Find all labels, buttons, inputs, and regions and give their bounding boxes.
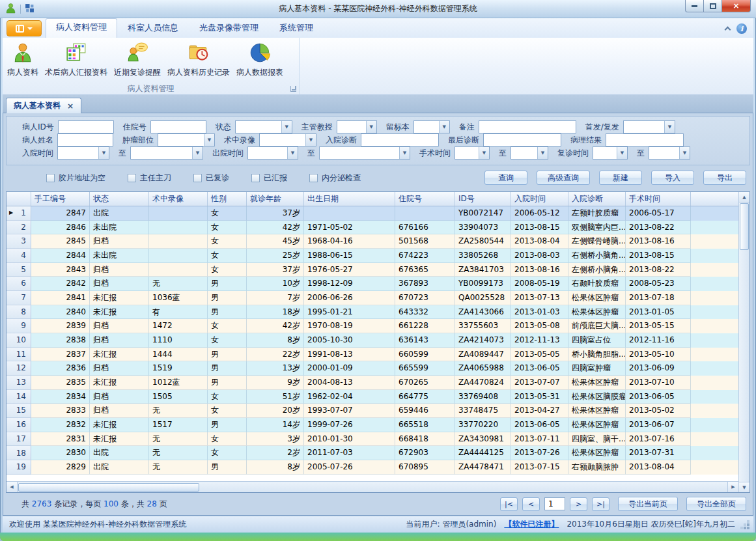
filter-input[interactable]: [606, 133, 684, 146]
grid-cell-diagnosis[interactable]: 右额颞脑脓肿: [568, 460, 626, 475]
table-row[interactable]: 42844未出院女25岁1988-06-15674223338052682013…: [7, 249, 738, 263]
table-row[interactable]: 92839归档1472女42岁1970-08-19661228337556032…: [7, 319, 738, 333]
grid-cell-status[interactable]: 未汇报: [90, 348, 149, 362]
collapse-ribbon-icon[interactable]: [725, 27, 731, 33]
grid-cell-code[interactable]: 2831: [31, 432, 90, 447]
grid-cell-code[interactable]: 2846: [31, 221, 90, 235]
ribbon-button-revisit-reminder[interactable]: 近期复诊提醒: [111, 40, 164, 80]
grid-cell-gender[interactable]: 女: [208, 234, 247, 249]
grid-cell-surgdate[interactable]: 2013-05-15: [626, 319, 691, 333]
column-header-gender[interactable]: 性别: [208, 192, 247, 206]
export-button[interactable]: 导出: [703, 171, 746, 185]
grid-cell-age[interactable]: 8岁: [247, 333, 304, 348]
grid-cell-surgdate[interactable]: 2013-08-04: [626, 460, 691, 475]
grid-cell-video[interactable]: [149, 263, 208, 277]
grid-cell-video[interactable]: 1110: [149, 333, 208, 348]
combo-dropdown-icon[interactable]: ▼: [98, 147, 109, 159]
grid-cell-video[interactable]: 1517: [149, 418, 208, 432]
tab-close-icon[interactable]: ×: [67, 102, 74, 111]
grid-cell-status[interactable]: 归档: [90, 263, 149, 277]
new-button[interactable]: 新建: [599, 171, 642, 185]
grid-cell-id[interactable]: ZA4214073: [455, 333, 511, 348]
grid-cell-gender[interactable]: 男: [208, 460, 247, 475]
filter-combobox[interactable]: ▼: [649, 146, 690, 160]
grid-cell-diagnosis[interactable]: 松果体区肿瘤: [568, 376, 626, 390]
table-row[interactable]: 192829出院无男8岁2005-07-26670895ZA4478471201…: [7, 460, 738, 475]
grid-cell-status[interactable]: 归档: [90, 404, 149, 418]
combo-dropdown-icon[interactable]: ▼: [664, 121, 675, 133]
grid-cell-admno[interactable]: 676166: [395, 221, 455, 235]
grid-cell-gender[interactable]: 女: [208, 249, 247, 263]
table-row[interactable]: 182830出院无女2岁2011-07-03672903ZA4444125201…: [7, 446, 738, 460]
export-current-page-button[interactable]: 导出当前页: [618, 497, 678, 511]
grid-cell-admdate[interactable]: 2013-07-15: [511, 460, 568, 475]
grid-cell-admdate[interactable]: 2013-07-26: [511, 446, 568, 460]
combo-dropdown-icon[interactable]: ▼: [537, 147, 548, 159]
filter-combobox[interactable]: ▼: [593, 146, 628, 160]
ribbon-button-history[interactable]: 病人资料历史记录: [164, 40, 233, 80]
grid-cell-surgdate[interactable]: 2013-07-18: [626, 291, 691, 305]
grid-cell-diagnosis[interactable]: 桥小脑角胆脂...: [568, 348, 626, 362]
grid-cell-age[interactable]: 8岁: [247, 460, 304, 475]
grid-cell-surgdate[interactable]: 2013-07-31: [626, 446, 691, 460]
grid-cell-age[interactable]: 3岁: [247, 432, 304, 447]
grid-cell-id[interactable]: 33904073: [455, 221, 511, 235]
grid-cell-diagnosis[interactable]: 松果体区肿瘤: [568, 291, 626, 305]
grid-cell-surgdate[interactable]: 2012-11-16: [626, 333, 691, 348]
grid-cell-admno[interactable]: 665518: [395, 418, 455, 432]
quick-access-icon[interactable]: [25, 3, 35, 15]
next-page-button[interactable]: >: [570, 497, 587, 511]
grid-cell-status[interactable]: 归档: [90, 319, 149, 333]
prev-page-button[interactable]: <: [522, 497, 540, 511]
close-button[interactable]: ×: [722, 0, 751, 12]
table-row[interactable]: 172831未汇报无女3岁2010-01-30668418ZA343098120…: [7, 432, 738, 447]
filter-combobox[interactable]: ▼: [259, 133, 316, 146]
grid-cell-id[interactable]: ZA2580544: [455, 234, 511, 249]
table-row[interactable]: ▶12847出院女37岁YB00721472006-05-12左额叶胶质瘤200…: [7, 206, 738, 221]
grid-cell-id[interactable]: ZA4143066: [455, 305, 511, 320]
filter-combobox[interactable]: ▼: [413, 120, 450, 133]
horizontal-scroll-thumb[interactable]: [18, 483, 199, 492]
combo-dropdown-icon[interactable]: ▼: [281, 121, 292, 133]
grid-cell-surgdate[interactable]: 2013-06-05: [626, 390, 691, 404]
combo-dropdown-icon[interactable]: ▼: [305, 134, 316, 146]
grid-cell-id[interactable]: ZA4470824: [455, 376, 511, 390]
grid-cell-gender[interactable]: 男: [208, 277, 247, 291]
grid-cell-birth[interactable]: 1998-12-09: [304, 277, 395, 291]
grid-cell-admno[interactable]: 670723: [395, 291, 455, 305]
grid-cell-status[interactable]: 归档: [90, 361, 149, 376]
table-row[interactable]: 22846未出院女42岁1971-05-02676166339040732013…: [7, 221, 738, 235]
table-row[interactable]: 162832未汇报1517男14岁1999-07-266655183377022…: [7, 418, 738, 432]
grid-cell-code[interactable]: 2845: [31, 234, 90, 249]
horizontal-scrollbar[interactable]: ◀ ▶: [7, 481, 738, 492]
grid-cell-diagnosis[interactable]: 松果体区肿瘤: [568, 305, 626, 320]
filter-checkbox-item[interactable]: 内分泌检查: [309, 173, 361, 184]
grid-cell-status[interactable]: 出院: [90, 460, 149, 475]
grid-cell-id[interactable]: ZA4478471: [455, 460, 511, 475]
ribbon-tab-disc-tape[interactable]: 光盘录像带管理: [189, 19, 269, 38]
grid-cell-admno[interactable]: 665599: [395, 361, 455, 376]
grid-cell-admdate[interactable]: 2013-08-15: [511, 221, 568, 235]
grid-cell-gender[interactable]: 女: [208, 432, 247, 447]
grid-cell-id[interactable]: YB0072147: [455, 206, 511, 221]
grid-cell-video[interactable]: 有: [149, 305, 208, 320]
grid-cell-admno[interactable]: 672903: [395, 446, 455, 460]
grid-cell-admno[interactable]: 636143: [395, 333, 455, 348]
query-button[interactable]: 查询: [484, 171, 527, 185]
grid-cell-surgdate[interactable]: 2013-01-05: [626, 305, 691, 320]
info-icon[interactable]: i: [736, 23, 747, 34]
grid-cell-admdate[interactable]: 2013-08-03: [511, 249, 568, 263]
grid-cell-video[interactable]: [149, 221, 208, 235]
checkbox[interactable]: [309, 174, 318, 182]
ribbon-button-postop-report[interactable]: 术后病人汇报资料: [42, 40, 111, 80]
export-all-pages-button[interactable]: 导出全部页: [686, 497, 746, 511]
grid-cell-code[interactable]: 2840: [31, 305, 90, 320]
grid-cell-gender[interactable]: 男: [208, 305, 247, 320]
column-header-code[interactable]: 手工编号: [31, 192, 90, 206]
ribbon-button-data-report[interactable]: 病人数据报表: [233, 40, 287, 80]
grid-cell-code[interactable]: 2838: [31, 333, 90, 348]
grid-cell-birth[interactable]: 1971-05-02: [304, 221, 395, 235]
ribbon-tab-department-staff[interactable]: 科室人员信息: [117, 19, 189, 38]
grid-cell-surgdate[interactable]: 2013-07-10: [626, 376, 691, 390]
grid-cell-admno[interactable]: 668418: [395, 432, 455, 447]
